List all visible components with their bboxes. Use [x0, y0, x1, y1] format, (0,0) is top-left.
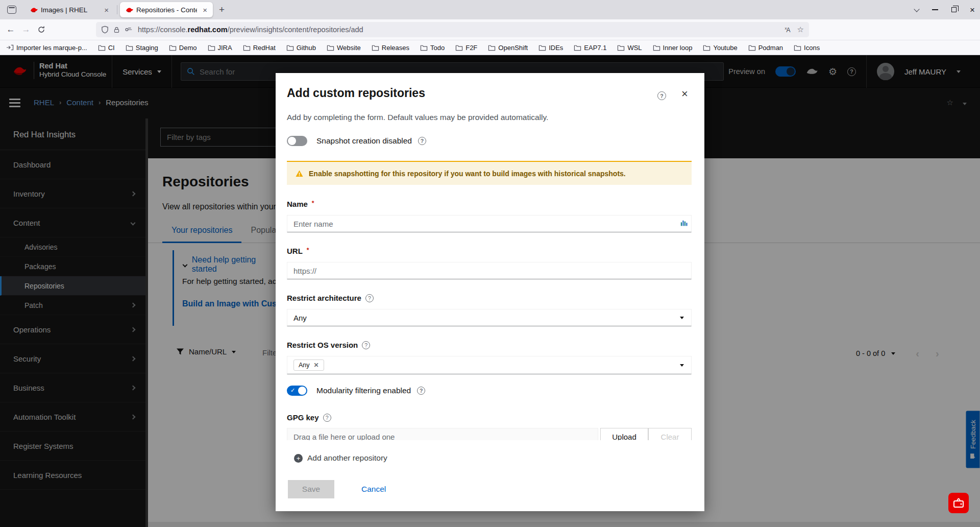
bookmark-star-icon[interactable]: ☆ [797, 25, 804, 34]
modal-help-icon[interactable]: ? [657, 91, 666, 100]
forward-icon[interactable]: → [18, 25, 34, 35]
bookmark-item[interactable]: Icons [794, 44, 820, 52]
add-another-repository-button[interactable]: + Add another repository [294, 453, 387, 463]
bookmark-label: Icons [804, 44, 820, 52]
bookmark-label: EAP7.1 [584, 44, 606, 52]
select-caret-icon [680, 317, 684, 321]
tab-bar: Images | RHEL × Repositories - Content |… [0, 0, 980, 19]
bookmark-item[interactable]: Podman [748, 44, 783, 52]
firefox-view-icon[interactable] [7, 6, 16, 14]
folder-icon [455, 44, 463, 51]
add-another-label: Add another repository [307, 453, 387, 463]
browser-tab-images[interactable]: Images | RHEL × [24, 2, 114, 17]
window-minimize-icon[interactable] [932, 9, 938, 10]
folder-icon [126, 44, 133, 51]
bookmark-item[interactable]: Github [286, 44, 316, 52]
bookmark-item[interactable]: Demo [169, 44, 197, 52]
tab-close-icon[interactable]: × [201, 6, 209, 14]
gpg-upload-row: Drag a file here or upload one Upload Cl… [287, 428, 692, 440]
bookmark-item[interactable]: EAP7.1 [574, 44, 606, 52]
bookmark-item[interactable]: Inner loop [653, 44, 693, 52]
gpg-file-dropzone[interactable]: Drag a file here or upload one [287, 428, 598, 440]
bookmark-item[interactable]: CI [98, 44, 115, 52]
bookmark-item[interactable]: F2F [455, 44, 477, 52]
modularity-toggle[interactable]: ✓ [287, 386, 307, 396]
window-restore-icon[interactable] [951, 7, 957, 12]
clear-button[interactable]: Clear [648, 428, 692, 440]
bookmark-item[interactable]: Youtube [703, 44, 737, 52]
folder-icon [574, 44, 581, 51]
window-close-icon[interactable]: × [970, 6, 975, 14]
bookmark-label: Staging [136, 44, 158, 52]
warning-alert-text: Enable snapshotting for this repository … [309, 170, 626, 178]
folder-icon [748, 44, 756, 51]
upload-button[interactable]: Upload [600, 428, 648, 440]
bookmark-item[interactable]: RedHat [243, 44, 276, 52]
bookmark-item[interactable]: JIRA [208, 44, 232, 52]
folder-icon [420, 44, 428, 51]
reload-icon[interactable] [34, 26, 49, 34]
cancel-button[interactable]: Cancel [361, 485, 386, 494]
bookmark-label: Podman [758, 44, 783, 52]
architecture-select[interactable]: Any [287, 309, 692, 326]
import-icon [6, 44, 14, 51]
url-bar[interactable]: https://console.redhat.com/preview/insig… [96, 22, 809, 37]
tv-icon [952, 497, 965, 509]
url-input[interactable] [287, 262, 692, 279]
architecture-help-icon[interactable]: ? [365, 294, 374, 302]
bookmark-item[interactable]: WSL [617, 44, 642, 52]
new-tab-button[interactable]: + [214, 4, 230, 15]
tab-close-icon[interactable]: × [103, 6, 110, 14]
import-bookmarks-button[interactable]: Importer les marque-p... [6, 44, 87, 52]
browser-chrome: Images | RHEL × Repositories - Content |… [0, 0, 980, 55]
name-label: Name* [287, 200, 314, 208]
snapshot-toggle-label: Snapshot creation disabled [316, 136, 412, 146]
lock-icon[interactable] [113, 26, 120, 34]
name-input[interactable] [287, 215, 692, 232]
url-text: https://console.redhat.com/preview/insig… [138, 26, 785, 34]
folder-icon [286, 44, 294, 51]
bookmark-item[interactable]: Todo [420, 44, 445, 52]
translate-icon[interactable]: xA [785, 26, 790, 34]
bookmark-label: WSL [627, 44, 642, 52]
folder-icon [98, 44, 106, 51]
redhat-favicon [30, 6, 38, 14]
bookmark-label: Demo [179, 44, 197, 52]
select-caret-icon [680, 364, 684, 369]
restrict-os-label: Restrict OS version ? [287, 341, 370, 349]
bookmark-label: F2F [465, 44, 477, 52]
bookmark-label: Inner loop [663, 44, 693, 52]
bookmark-item[interactable]: Staging [126, 44, 158, 52]
folder-icon [243, 44, 251, 51]
bookmark-label: RedHat [253, 44, 276, 52]
bookmark-item[interactable]: IDEs [538, 44, 563, 52]
list-all-tabs-icon[interactable] [914, 6, 919, 12]
folder-icon [169, 44, 177, 51]
bookmark-item[interactable]: Releases [372, 44, 409, 52]
permissions-icon[interactable] [125, 26, 133, 33]
snapshot-help-icon[interactable]: ? [418, 137, 426, 145]
extension-autofill-icon[interactable] [680, 219, 688, 228]
bookmark-label: Releases [382, 44, 409, 52]
gpg-help-icon[interactable]: ? [323, 414, 331, 422]
gpg-key-label: GPG key ? [287, 413, 331, 422]
os-help-icon[interactable]: ? [362, 341, 370, 349]
tab-separator [117, 5, 117, 14]
folder-icon [488, 44, 496, 51]
modularity-help-icon[interactable]: ? [417, 387, 425, 395]
chip-remove-icon[interactable]: ✕ [314, 362, 319, 369]
bookmark-item[interactable]: OpenShift [488, 44, 528, 52]
save-button[interactable]: Save [288, 480, 334, 498]
shield-icon[interactable] [101, 26, 109, 34]
modal-title: Add custom repositories [287, 86, 425, 100]
bookmark-item[interactable]: Website [327, 44, 361, 52]
modal-close-icon[interactable]: × [681, 87, 688, 101]
back-icon[interactable]: ← [3, 25, 18, 35]
snapshot-toggle[interactable] [287, 136, 307, 146]
screen-recorder-widget[interactable] [948, 493, 969, 513]
add-custom-repositories-modal: Add custom repositories ? × Add by compl… [276, 73, 704, 511]
folder-icon [538, 44, 546, 51]
modularity-toggle-label: Modularity filtering enabled [316, 386, 411, 395]
browser-tab-repositories[interactable]: Repositories - Content | RHEL × [120, 2, 213, 17]
os-version-select[interactable]: Any ✕ [287, 356, 692, 374]
